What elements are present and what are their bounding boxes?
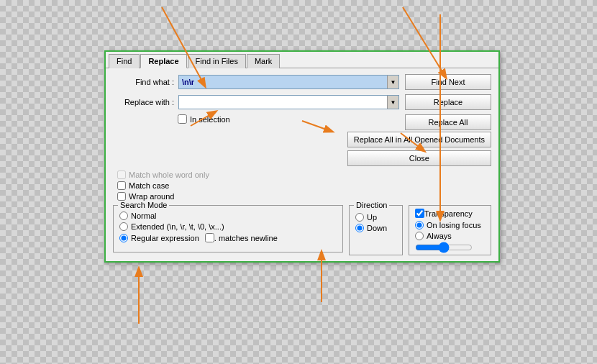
search-extended-row[interactable]: Extended (\n, \r, \t, \0, \x...) bbox=[119, 222, 337, 231]
search-mode-panel: Search Mode Normal Extended (\n, \r, \t,… bbox=[113, 205, 343, 252]
replace-all-opened-button[interactable]: Replace All in All Opened Documents bbox=[347, 132, 491, 147]
replace-with-combobox[interactable]: ▼ bbox=[178, 95, 399, 109]
direction-down-label: Down bbox=[367, 224, 387, 232]
tab-find[interactable]: Find bbox=[109, 54, 140, 68]
match-whole-word-label: Match whole word only bbox=[129, 170, 209, 179]
match-whole-word-checkbox bbox=[117, 170, 126, 179]
search-regex-row[interactable]: Regular expression . matches newline bbox=[119, 233, 337, 242]
transparency-always-radio[interactable] bbox=[415, 232, 424, 240]
dialog-body: Find what : ▼ Find Next Replace with : ▼ bbox=[106, 68, 498, 261]
transparency-on-focus-radio[interactable] bbox=[415, 221, 424, 229]
find-next-button[interactable]: Find Next bbox=[405, 74, 491, 90]
search-normal-radio[interactable] bbox=[119, 211, 128, 220]
matches-newline-checkbox[interactable] bbox=[205, 233, 214, 242]
tab-mark[interactable]: Mark bbox=[247, 54, 280, 68]
search-extended-label: Extended (\n, \r, \t, \0, \x...) bbox=[131, 222, 224, 231]
wrap-around-row[interactable]: Wrap around bbox=[113, 192, 491, 201]
find-what-dropdown-btn[interactable]: ▼ bbox=[387, 76, 398, 88]
in-selection-label: In selection bbox=[190, 115, 230, 124]
match-case-row[interactable]: Match case bbox=[113, 181, 491, 190]
direction-title: Direction bbox=[354, 201, 389, 209]
transparency-slider-row[interactable] bbox=[415, 243, 485, 252]
find-what-combobox[interactable]: ▼ bbox=[178, 75, 399, 89]
replace-all-button[interactable]: Replace All bbox=[405, 114, 491, 130]
replace-with-input[interactable] bbox=[179, 96, 387, 109]
transparency-always-row[interactable]: Always bbox=[415, 232, 485, 240]
replace-with-label: Replace with : bbox=[113, 98, 174, 106]
transparency-title: Transparency bbox=[424, 209, 473, 218]
transparency-on-focus-row[interactable]: On losing focus bbox=[415, 221, 485, 229]
buttons-panel-2: Replace bbox=[405, 94, 491, 110]
replace-with-dropdown-btn[interactable]: ▼ bbox=[387, 96, 398, 109]
tab-find-in-files[interactable]: Find in Files bbox=[188, 54, 246, 68]
search-regex-radio[interactable] bbox=[119, 234, 128, 242]
dialog-tabs: Find Replace Find in Files Mark bbox=[106, 52, 498, 68]
search-regex-label: Regular expression bbox=[131, 234, 199, 242]
buttons-panel: Find Next bbox=[405, 74, 491, 90]
transparency-slider[interactable] bbox=[415, 243, 473, 252]
transparency-on-focus-label: On losing focus bbox=[427, 221, 481, 229]
matches-newline-label: . matches newline bbox=[214, 234, 278, 242]
match-case-label: Match case bbox=[129, 181, 169, 190]
bottom-panels: Search Mode Normal Extended (\n, \r, \t,… bbox=[113, 205, 491, 255]
in-selection-checkbox[interactable] bbox=[178, 114, 187, 124]
find-what-input[interactable] bbox=[179, 76, 387, 88]
direction-up-row[interactable]: Up bbox=[355, 213, 396, 222]
direction-down-row[interactable]: Down bbox=[355, 224, 396, 232]
wrap-around-checkbox[interactable] bbox=[117, 192, 126, 201]
find-replace-dialog: Find Replace Find in Files Mark Find wha… bbox=[104, 50, 500, 263]
match-case-checkbox[interactable] bbox=[117, 181, 126, 190]
replace-button[interactable]: Replace bbox=[405, 94, 491, 110]
wrap-around-label: Wrap around bbox=[129, 192, 174, 201]
search-extended-radio[interactable] bbox=[119, 222, 128, 231]
search-normal-row[interactable]: Normal bbox=[119, 211, 337, 220]
transparency-panel: Transparency On losing focus Always bbox=[409, 205, 491, 255]
transparency-always-label: Always bbox=[427, 232, 452, 240]
direction-down-radio[interactable] bbox=[355, 224, 364, 232]
find-what-label: Find what : bbox=[113, 78, 174, 86]
match-whole-word-row: Match whole word only bbox=[113, 170, 491, 179]
search-mode-title: Search Mode bbox=[118, 201, 169, 209]
direction-panel: Direction Up Down bbox=[349, 205, 403, 255]
close-button[interactable]: Close bbox=[347, 150, 491, 166]
direction-up-radio[interactable] bbox=[355, 213, 364, 222]
direction-up-label: Up bbox=[367, 213, 377, 222]
transparency-checkbox[interactable] bbox=[415, 209, 424, 218]
tab-replace[interactable]: Replace bbox=[140, 54, 186, 68]
search-normal-label: Normal bbox=[131, 211, 156, 220]
